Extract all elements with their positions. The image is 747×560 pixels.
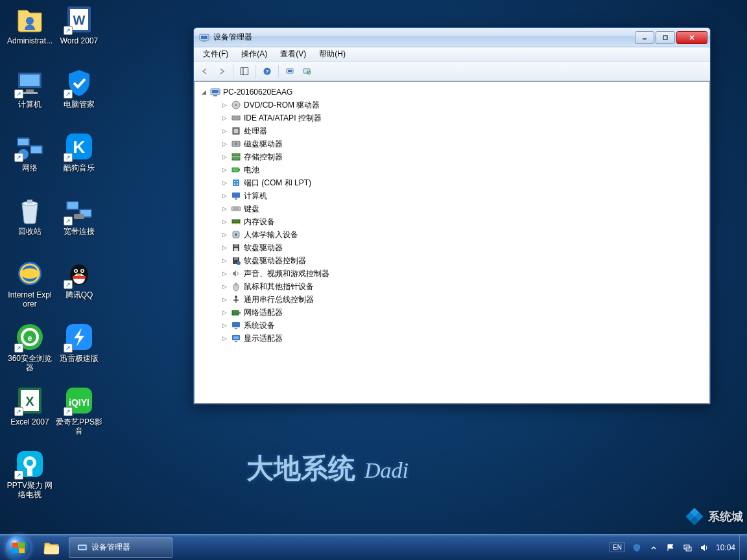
desktop-icon-thunder[interactable]: ↗迅雷极速版	[54, 320, 104, 364]
titlebar[interactable]: 设备管理器	[194, 28, 710, 47]
collapse-icon[interactable]: ◢	[200, 88, 208, 96]
svg-rect-108	[235, 328, 237, 329]
expand-icon[interactable]: ▷	[220, 321, 228, 329]
svg-rect-87	[231, 207, 241, 211]
expand-icon[interactable]: ▷	[220, 231, 228, 239]
device-tree[interactable]: ◢ PC-20160620EAAG ▷DVD/CD-ROM 驱动器▷IDE AT…	[194, 81, 710, 404]
desktop-icon-qq[interactable]: ↗腾讯QQ	[54, 257, 104, 301]
svg-rect-6	[26, 89, 34, 92]
tray-clock[interactable]: 10:04	[716, 543, 735, 552]
expand-icon[interactable]: ▷	[220, 192, 228, 200]
watermark-text: 系统城	[708, 509, 743, 524]
svg-rect-44	[27, 468, 32, 476]
menu-help[interactable]: 帮助(H)	[313, 47, 352, 61]
tree-node-display[interactable]: ▷显示适配器	[209, 332, 708, 345]
hid-icon	[231, 229, 241, 240]
tree-root-node[interactable]: ◢ PC-20160620EAAG	[200, 86, 708, 99]
desktop-icon-kugou[interactable]: K↗酷狗音乐	[54, 130, 104, 174]
tray-network-icon[interactable]	[682, 542, 693, 553]
tree-node-floppyc[interactable]: ▷软盘驱动器控制器	[209, 254, 708, 267]
floppy-icon	[231, 242, 241, 253]
expand-icon[interactable]: ▷	[220, 296, 228, 303]
svg-rect-77	[232, 158, 240, 160]
help-toolbar-button[interactable]: ?	[260, 64, 274, 78]
taskbar-task-devmgr[interactable]: 设备管理器	[69, 537, 172, 558]
menu-action[interactable]: 操作(A)	[235, 47, 274, 61]
expand-icon[interactable]: ▷	[220, 153, 228, 161]
tree-node-dvd[interactable]: ▷DVD/CD-ROM 驱动器	[209, 99, 708, 111]
tree-node-netadapter[interactable]: ▷网络适配器	[209, 306, 708, 319]
tree-node-storage[interactable]: ▷存储控制器	[209, 150, 708, 163]
tree-node-hid[interactable]: ▷人体学输入设备	[209, 228, 708, 241]
desktop-icon-label: 电脑管家	[64, 100, 95, 109]
desktop-icon-word[interactable]: W↗Word 2007	[54, 3, 104, 47]
tray-shield-icon[interactable]	[632, 542, 642, 553]
back-button[interactable]	[198, 64, 212, 78]
memory-icon	[231, 216, 241, 227]
expand-icon[interactable]: ▷	[220, 166, 228, 174]
desktop-icon-admin[interactable]: Administrat...	[5, 3, 54, 47]
expand-icon[interactable]: ▷	[220, 205, 228, 213]
menu-file[interactable]: 文件(F)	[196, 47, 235, 61]
tree-node-battery[interactable]: ▷电池	[209, 163, 708, 176]
tree-node-usb[interactable]: ▷通用串行总线控制器	[209, 293, 708, 306]
tray-chevron-up-icon[interactable]	[648, 542, 659, 553]
tree-node-cpu[interactable]: ▷处理器	[209, 124, 708, 137]
expand-icon[interactable]: ▷	[220, 140, 228, 148]
pinned-explorer[interactable]	[36, 535, 67, 560]
tray-language[interactable]: EN	[610, 542, 625, 552]
tree-node-sound[interactable]: ▷声音、视频和游戏控制器	[209, 267, 708, 280]
expand-icon[interactable]: ▷	[220, 309, 228, 316]
tree-node-floppy[interactable]: ▷软盘驱动器	[209, 241, 708, 254]
desktop-icon-recycle[interactable]: 回收站	[5, 193, 54, 237]
desktop-icon-iqiyi[interactable]: iQIYI↗爱奇艺PPS影音	[54, 384, 104, 438]
close-button[interactable]	[676, 31, 707, 44]
desktop-icon-network[interactable]: ↗网络	[5, 130, 54, 174]
desktop-icon-360[interactable]: e↗360安全浏览器	[5, 320, 54, 374]
menu-view[interactable]: 查看(V)	[274, 47, 313, 61]
device-manager-icon	[77, 542, 88, 553]
minimize-button[interactable]	[635, 31, 654, 44]
expand-icon[interactable]: ▷	[220, 334, 228, 342]
word-icon: W↗	[64, 4, 95, 35]
show-desktop-button[interactable]	[739, 535, 747, 561]
expand-icon[interactable]: ▷	[220, 270, 228, 277]
desktop-icon-excel[interactable]: X↗Excel 2007	[5, 384, 54, 428]
tree-node-label: 内存设备	[244, 216, 275, 228]
desktop-icon-ie[interactable]: Internet Explorer	[5, 257, 54, 310]
tray-flag-icon[interactable]	[665, 542, 676, 553]
tree-node-keyboard[interactable]: ▷键盘	[209, 202, 708, 215]
desktop-icon-pptv[interactable]: ↗PPTV聚力 网络电视	[5, 447, 54, 501]
forward-button[interactable]	[215, 64, 229, 78]
svg-rect-96	[234, 248, 238, 251]
start-button[interactable]	[0, 535, 36, 561]
expand-icon[interactable]: ▷	[220, 244, 228, 251]
expand-icon[interactable]: ▷	[220, 114, 228, 122]
tree-node-pc[interactable]: ▷计算机	[209, 189, 708, 202]
tree-node-ide[interactable]: ▷IDE ATA/ATAPI 控制器	[209, 111, 708, 124]
tray-speaker-icon[interactable]	[699, 542, 709, 553]
tree-node-label: 系统设备	[244, 320, 275, 331]
tree-node-ports[interactable]: ▷端口 (COM 和 LPT)	[209, 176, 708, 189]
tree-node-system[interactable]: ▷系统设备	[209, 319, 708, 332]
maximize-button[interactable]	[656, 31, 675, 44]
desktop-icon-pcmgr[interactable]: ↗电脑管家	[54, 66, 104, 110]
tree-node-memory[interactable]: ▷内存设备	[209, 215, 708, 228]
refresh-button[interactable]	[300, 64, 314, 78]
expand-icon[interactable]: ▷	[220, 101, 228, 109]
desktop-icon-computer[interactable]: ↗计算机	[5, 66, 54, 110]
expand-icon[interactable]: ▷	[220, 179, 228, 187]
tree-node-mouse[interactable]: ▷鼠标和其他指针设备	[209, 280, 708, 293]
show-panel-button[interactable]	[237, 64, 252, 78]
tree-node-disk[interactable]: ▷磁盘驱动器	[209, 137, 708, 150]
pcmgr-icon: ↗	[64, 67, 95, 99]
expand-icon[interactable]: ▷	[220, 127, 228, 135]
expand-icon[interactable]: ▷	[220, 218, 228, 226]
scan-button[interactable]	[283, 64, 297, 78]
svg-point-102	[235, 296, 237, 298]
expand-icon[interactable]: ▷	[220, 257, 228, 264]
toolbar-separator	[233, 65, 233, 78]
expand-icon[interactable]: ▷	[220, 283, 228, 290]
computer-icon: ↗	[14, 67, 45, 99]
desktop-icon-broadband[interactable]: ↗宽带连接	[54, 193, 104, 237]
